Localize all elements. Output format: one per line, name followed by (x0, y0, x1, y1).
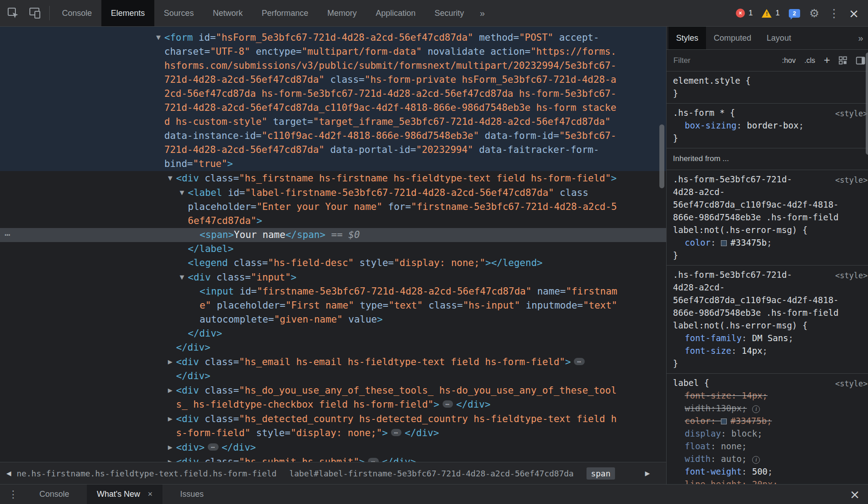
css-selector[interactable]: 866e-986d7548eb3e .hs-form-field (673, 306, 867, 319)
settings-gear-icon[interactable]: ⚙ (809, 8, 819, 19)
css-selector[interactable]: 56ef47cd87da_c110f9ac-4d2f-4818- (673, 198, 867, 211)
stylesheet-source-link[interactable]: <style> (835, 174, 868, 186)
drawer-close-icon[interactable]: × (849, 485, 860, 504)
tree-row[interactable]: s-form-field" style="display: none;">⋯</… (0, 426, 666, 440)
messages-badge[interactable]: 2 (789, 9, 800, 18)
tab-close-icon[interactable]: × (148, 490, 153, 499)
warning-badge[interactable]: ! 1 (762, 9, 779, 18)
drawer-tab-issues[interactable]: Issues (168, 485, 216, 504)
expand-arrow-collapsed-icon[interactable]: ▶ (164, 412, 176, 426)
row-actions-ellipsis-icon[interactable]: ⋯ (5, 228, 10, 242)
tree-row[interactable]: bind="true"> (0, 157, 666, 171)
tree-row[interactable]: <input id="firstname-5e3bfc67-721d-4d28-… (0, 285, 666, 299)
tree-row[interactable]: </div> (0, 341, 666, 355)
css-selector[interactable]: label:not(.hs-error-msg) { (673, 319, 867, 332)
drawer-tab-whats-new[interactable]: What's New × (87, 485, 162, 504)
collapsed-content-ellipsis[interactable]: ⋯ (391, 429, 401, 436)
sidebar-tab-layout[interactable]: Layout (759, 27, 799, 49)
expand-arrow-open-icon[interactable]: ▼ (164, 171, 176, 185)
css-selector[interactable]: label:not(.hs-error-msg) { (673, 223, 867, 236)
tree-row[interactable]: 721d-4d28-a2cd-56ef47cd87da" class="hs-f… (0, 73, 666, 87)
css-selector[interactable]: 4d28-a2cd- (673, 281, 867, 294)
collapsed-content-ellipsis[interactable]: ⋯ (208, 443, 218, 451)
panel-tab-security[interactable]: Security (425, 0, 473, 26)
styles-scrollbar-thumb[interactable] (866, 52, 868, 155)
tree-row[interactable]: charset="UTF-8" enctype="multipart/form-… (0, 45, 666, 59)
tree-row[interactable]: ▶<div class="hs_do_you_use_any_of_these_… (0, 383, 666, 398)
sidebar-more-tabs-icon[interactable]: » (849, 27, 868, 49)
panel-tab-memory[interactable]: Memory (318, 0, 366, 26)
css-property[interactable]: font-size: 14px; (673, 389, 867, 402)
more-panels-icon[interactable]: » (473, 0, 491, 26)
expand-arrow-open-icon[interactable]: ▼ (176, 270, 188, 284)
breadcrumb-scroll-right-icon[interactable]: ▶ (645, 470, 650, 477)
toggle-classes-button[interactable]: .cls (804, 57, 815, 65)
css-property[interactable]: box-sizing: border-box; (673, 119, 867, 132)
tree-row[interactable]: hsforms.com/submissions/v3/public/submit… (0, 59, 666, 73)
tree-row[interactable]: d hs-custom-style" target="target_iframe… (0, 115, 666, 129)
tree-row[interactable]: </label> (0, 242, 666, 256)
css-selector[interactable]: 4d28-a2cd- (673, 185, 867, 198)
tree-row[interactable]: ▼<div class="hs_firstname hs-firstname h… (0, 171, 666, 185)
css-property[interactable]: display: block; (673, 427, 867, 440)
new-style-rule-button[interactable]: + (824, 55, 830, 66)
info-icon[interactable]: i (752, 456, 760, 464)
stylesheet-source-link[interactable]: <style> (835, 377, 868, 390)
tree-row[interactable]: ▶<div class="hs_detected_country hs-dete… (0, 412, 666, 426)
tree-row-selected[interactable]: ⋯<span>Your name</span> == $0 (0, 228, 666, 242)
tree-row[interactable]: ▶<div class="hs_email hs-email hs-fieldt… (0, 355, 666, 369)
collapsed-content-ellipsis[interactable]: ⋯ (574, 358, 584, 365)
css-property[interactable]: float: none; (673, 440, 867, 452)
tree-row[interactable]: placeholder="Enter your Your name" for="… (0, 200, 666, 214)
sidebar-tab-computed[interactable]: Computed (706, 27, 759, 49)
expand-arrow-collapsed-icon[interactable]: ▶ (164, 383, 176, 397)
panel-tab-console[interactable]: Console (52, 0, 101, 26)
stylesheet-source-link[interactable]: <style> (835, 107, 868, 120)
tree-row[interactable]: 721d-4d28-a2cd-56ef47cd87da" data-portal… (0, 143, 666, 157)
css-selector[interactable]: element.style { (673, 74, 867, 87)
styles-filter-input[interactable] (673, 56, 773, 65)
grid-icon[interactable] (839, 56, 847, 65)
tree-row[interactable]: </div> (0, 327, 666, 341)
info-icon[interactable]: i (752, 405, 760, 413)
css-property[interactable]: width: auto;i (673, 452, 867, 465)
panel-tab-elements[interactable]: Elements (101, 0, 154, 26)
css-property[interactable]: color: #33475b; (673, 236, 867, 249)
tree-row[interactable]: ▶<div class="hs_submit hs-submit">⋯</div… (0, 455, 666, 462)
tree-row[interactable]: 6ef47cd87da"> (0, 214, 666, 228)
css-selector[interactable]: 56ef47cd87da_c110f9ac-4d2f-4818- (673, 294, 867, 306)
tree-row[interactable]: 721d-4d28-a2cd-56ef47cd87da_c110f9ac-4d2… (0, 101, 666, 115)
toggle-element-state-button[interactable]: :hov (782, 57, 796, 65)
tree-row[interactable]: data-instance-id="c110f9ac-4d2f-4818-866… (0, 129, 666, 143)
tree-row[interactable]: <legend class="hs-field-desc" style="dis… (0, 256, 666, 270)
tree-row[interactable]: ▶<div>⋯</div> (0, 440, 666, 455)
stylesheet-source-link[interactable]: <style> (835, 269, 868, 282)
tree-row[interactable]: </div> (0, 369, 666, 383)
collapsed-content-ellipsis[interactable]: ⋯ (368, 458, 378, 462)
inspect-element-icon[interactable] (7, 7, 19, 19)
tree-row[interactable]: s_ hs-fieldtype-checkbox field hs-form-f… (0, 398, 666, 412)
expand-arrow-open-icon[interactable]: ▼ (153, 30, 164, 44)
css-property[interactable]: font-weight: 500; (673, 465, 867, 478)
breadcrumb-item[interactable]: label#label-firstname-5e3bfc67-721d-4d28… (289, 469, 574, 478)
expand-arrow-open-icon[interactable]: ▼ (176, 185, 188, 200)
sidebar-tab-styles[interactable]: Styles (668, 27, 706, 49)
device-toolbar-icon[interactable] (29, 7, 41, 19)
breadcrumb-item[interactable]: ne.hs-firstname.hs-fieldtype-text.field.… (17, 469, 277, 478)
expand-arrow-collapsed-icon[interactable]: ▶ (164, 440, 176, 454)
elements-scrollbar-thumb[interactable] (659, 124, 664, 188)
css-selector[interactable]: 866e-986d7548eb3e .hs-form-field (673, 211, 867, 223)
collapsed-content-ellipsis[interactable]: ⋯ (443, 400, 453, 408)
panel-tab-network[interactable]: Network (203, 0, 252, 26)
expand-arrow-collapsed-icon[interactable]: ▶ (164, 455, 176, 462)
panel-tab-performance[interactable]: Performance (252, 0, 318, 26)
css-property[interactable]: color: #33475b; (673, 414, 867, 427)
tree-row[interactable]: ▼<label id="label-firstname-5e3bfc67-721… (0, 185, 666, 200)
css-property[interactable]: line-height: 20px; (673, 478, 867, 484)
tree-row[interactable]: e" placeholder="First name" type="text" … (0, 299, 666, 313)
drawer-tab-console[interactable]: Console (27, 485, 81, 504)
tree-row[interactable]: ▼<form id="hsForm_5e3bfc67-721d-4d28-a2c… (0, 30, 666, 45)
css-property[interactable]: font-family: DM Sans; (673, 332, 867, 344)
more-options-icon[interactable]: ⋮ (828, 8, 839, 19)
expand-arrow-collapsed-icon[interactable]: ▶ (164, 355, 176, 369)
